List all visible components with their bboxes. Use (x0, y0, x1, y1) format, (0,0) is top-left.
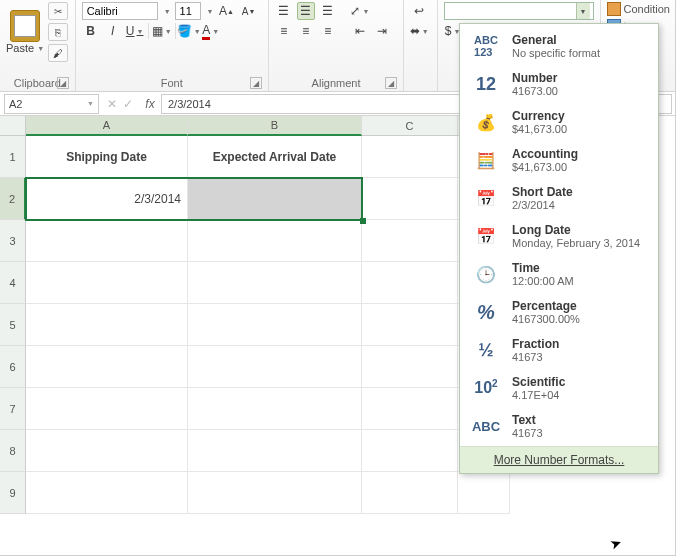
cell[interactable] (26, 430, 188, 472)
number-format-selector[interactable]: ▼ (444, 2, 594, 20)
underline-button[interactable]: U▼ (126, 22, 144, 40)
font-color-button[interactable]: A▼ (202, 22, 220, 40)
column-header[interactable]: B (188, 116, 362, 136)
cell[interactable] (362, 304, 458, 346)
name-box[interactable]: A2▼ (4, 94, 99, 114)
format-option-fraction[interactable]: ½ Fraction41673 (460, 332, 658, 370)
increase-indent-icon[interactable]: ⇥ (373, 22, 391, 40)
font-name-dropdown-icon[interactable]: ▼ (164, 8, 171, 15)
cell[interactable] (26, 304, 188, 346)
align-right-icon[interactable]: ≡ (319, 22, 337, 40)
long-date-format-icon: 📅 (470, 222, 502, 250)
cell[interactable] (26, 262, 188, 304)
cell[interactable] (188, 430, 362, 472)
row-header[interactable]: 1 (0, 136, 26, 178)
more-number-formats-button[interactable]: More Number Formats... (460, 446, 658, 473)
cell[interactable] (188, 220, 362, 262)
cell[interactable] (26, 388, 188, 430)
font-group-label: Font◢ (82, 75, 262, 91)
cut-icon[interactable]: ✂ (48, 2, 68, 20)
cell[interactable] (362, 178, 458, 220)
italic-button[interactable]: I (104, 22, 122, 40)
align-top-icon[interactable]: ☰ (275, 2, 293, 20)
name-box-dropdown-icon[interactable]: ▼ (87, 100, 94, 107)
align-middle-icon[interactable]: ☰ (297, 2, 315, 20)
short-date-format-icon: 📅 (470, 184, 502, 212)
cell[interactable] (362, 346, 458, 388)
enter-formula-icon[interactable]: ✓ (123, 97, 133, 111)
format-option-number[interactable]: 12 Number41673.00 (460, 66, 658, 104)
cell[interactable]: 2/3/2014 (26, 178, 188, 220)
copy-icon[interactable]: ⎘ (48, 23, 68, 41)
row-header[interactable]: 8 (0, 430, 26, 472)
cell[interactable] (188, 388, 362, 430)
format-option-time[interactable]: 🕒 Time12:00:00 AM (460, 256, 658, 294)
column-header[interactable]: A (26, 116, 188, 136)
format-option-short-date[interactable]: 📅 Short Date2/3/2014 (460, 180, 658, 218)
format-option-long-date[interactable]: 📅 Long DateMonday, February 3, 2014 (460, 218, 658, 256)
cell[interactable] (362, 430, 458, 472)
fraction-format-icon: ½ (470, 336, 502, 364)
cell[interactable] (188, 472, 362, 514)
cell[interactable] (362, 220, 458, 262)
align-center-icon[interactable]: ≡ (297, 22, 315, 40)
format-option-currency[interactable]: 💰 Currency$41,673.00 (460, 104, 658, 142)
bold-button[interactable]: B (82, 22, 100, 40)
cell[interactable] (362, 472, 458, 514)
mouse-cursor-icon: ➤ (608, 533, 625, 552)
merge-center-icon[interactable]: ⬌▼ (410, 22, 428, 40)
format-option-accounting[interactable]: 🧮 Accounting$41,673.00 (460, 142, 658, 180)
paste-button[interactable] (10, 10, 40, 42)
clipboard-launcher-icon[interactable]: ◢ (57, 77, 69, 89)
font-name-input[interactable] (82, 2, 158, 20)
cell[interactable] (26, 346, 188, 388)
font-size-input[interactable] (175, 2, 201, 20)
insert-function-button[interactable]: fx (139, 94, 161, 114)
cell[interactable] (188, 262, 362, 304)
align-left-icon[interactable]: ≡ (275, 22, 293, 40)
column-header[interactable]: C (362, 116, 458, 136)
cell[interactable] (26, 220, 188, 262)
format-option-general[interactable]: ABC123 GeneralNo specific format (460, 28, 658, 66)
cell[interactable] (362, 136, 458, 178)
row-header[interactable]: 2 (0, 178, 26, 220)
cell[interactable]: Expected Arrival Date (188, 136, 362, 178)
align-bottom-icon[interactable]: ☰ (319, 2, 337, 20)
orientation-icon[interactable]: ⤢▼ (351, 2, 369, 20)
font-size-dropdown-icon[interactable]: ▼ (207, 8, 214, 15)
accounting-format-icon: 🧮 (470, 146, 502, 174)
paste-label[interactable]: Paste▼ (6, 42, 44, 54)
general-format-icon: ABC123 (470, 32, 502, 60)
cell[interactable] (188, 346, 362, 388)
font-launcher-icon[interactable]: ◢ (250, 77, 262, 89)
format-option-text[interactable]: ABC Text41673 (460, 408, 658, 446)
cell[interactable] (362, 262, 458, 304)
row-header[interactable]: 9 (0, 472, 26, 514)
format-painter-icon[interactable]: 🖌 (48, 44, 68, 62)
cell[interactable] (188, 304, 362, 346)
select-all-corner[interactable] (0, 116, 26, 136)
alignment-launcher-icon[interactable]: ◢ (385, 77, 397, 89)
row-header[interactable]: 3 (0, 220, 26, 262)
cell[interactable] (26, 472, 188, 514)
cell[interactable]: 2/10/2014 (188, 178, 362, 220)
border-button[interactable]: ▦▼ (153, 22, 171, 40)
grow-font-icon[interactable]: A▲ (218, 2, 236, 20)
cell[interactable]: Shipping Date (26, 136, 188, 178)
conditional-formatting-button[interactable]: Condition (605, 2, 672, 16)
row-header[interactable]: 5 (0, 304, 26, 346)
fill-color-button[interactable]: 🪣▼ (180, 22, 198, 40)
format-option-percentage[interactable]: % Percentage4167300.00% (460, 294, 658, 332)
wrap-text-icon[interactable]: ↩ (410, 2, 428, 20)
number-format-dropdown-icon[interactable]: ▼ (576, 3, 590, 19)
row-header[interactable]: 7 (0, 388, 26, 430)
shrink-font-icon[interactable]: A▼ (240, 2, 258, 20)
cell[interactable] (458, 472, 510, 514)
decrease-indent-icon[interactable]: ⇤ (351, 22, 369, 40)
row-header[interactable]: 4 (0, 262, 26, 304)
format-option-scientific[interactable]: 102 Scientific4.17E+04 (460, 370, 658, 408)
cancel-formula-icon[interactable]: ✕ (107, 97, 117, 111)
row-header[interactable]: 6 (0, 346, 26, 388)
cell[interactable] (362, 388, 458, 430)
fill-handle[interactable] (360, 218, 366, 224)
